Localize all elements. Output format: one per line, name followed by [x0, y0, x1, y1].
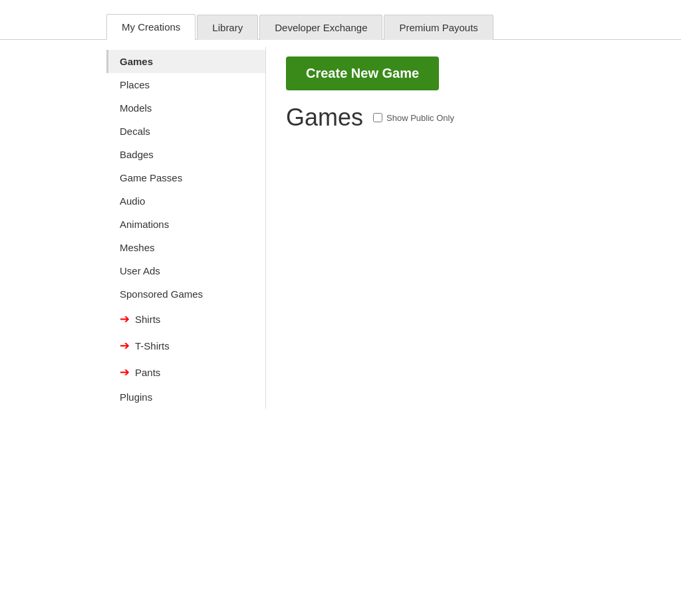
tab-my-creations[interactable]: My Creations	[106, 14, 196, 40]
tab-premium-payouts[interactable]: Premium Payouts	[384, 15, 493, 40]
sidebar-item-animations[interactable]: Animations	[106, 213, 265, 236]
content-area: Create New Game Games Show Public Only	[266, 47, 681, 409]
sidebar-item-models[interactable]: Models	[106, 96, 265, 120]
main-content: Games Places Models Decals Badges Game P…	[0, 40, 681, 409]
sidebar-item-places[interactable]: Places	[106, 73, 265, 96]
sidebar-item-audio[interactable]: Audio	[106, 189, 265, 213]
page-title: Games	[286, 104, 363, 132]
sidebar-item-tshirts-label: T-Shirts	[135, 340, 170, 352]
show-public-only-checkbox[interactable]	[373, 113, 382, 122]
sidebar-item-games[interactable]: Games	[106, 50, 265, 73]
sidebar-item-plugins[interactable]: Plugins	[106, 385, 265, 409]
sidebar-item-shirts-label: Shirts	[135, 314, 160, 325]
arrow-tshirts-icon: ➔	[120, 338, 130, 353]
create-new-game-button[interactable]: Create New Game	[286, 56, 439, 90]
tab-library[interactable]: Library	[197, 15, 258, 40]
tabs-bar: My Creations Library Developer Exchange …	[0, 13, 681, 40]
sidebar-item-badges[interactable]: Badges	[106, 143, 265, 166]
sidebar-item-decals[interactable]: Decals	[106, 120, 265, 143]
sidebar-item-game-passes[interactable]: Game Passes	[106, 166, 265, 189]
sidebar-item-sponsored-games[interactable]: Sponsored Games	[106, 282, 265, 306]
sidebar-item-pants-label: Pants	[135, 367, 160, 378]
sidebar-item-meshes[interactable]: Meshes	[106, 236, 265, 259]
page-container: My Creations Library Developer Exchange …	[0, 0, 681, 409]
content-title-row: Games Show Public Only	[286, 104, 661, 132]
arrow-shirts-icon: ➔	[120, 312, 130, 326]
tab-developer-exchange[interactable]: Developer Exchange	[259, 15, 382, 40]
sidebar-item-pants[interactable]: ➔ Pants	[106, 359, 265, 385]
show-public-only-label[interactable]: Show Public Only	[373, 113, 454, 123]
show-public-only-text: Show Public Only	[386, 113, 454, 123]
sidebar: Games Places Models Decals Badges Game P…	[106, 47, 266, 409]
sidebar-item-user-ads[interactable]: User Ads	[106, 259, 265, 282]
sidebar-item-shirts[interactable]: ➔ Shirts	[106, 306, 265, 332]
sidebar-item-t-shirts[interactable]: ➔ T-Shirts	[106, 332, 265, 359]
arrow-pants-icon: ➔	[120, 365, 130, 379]
